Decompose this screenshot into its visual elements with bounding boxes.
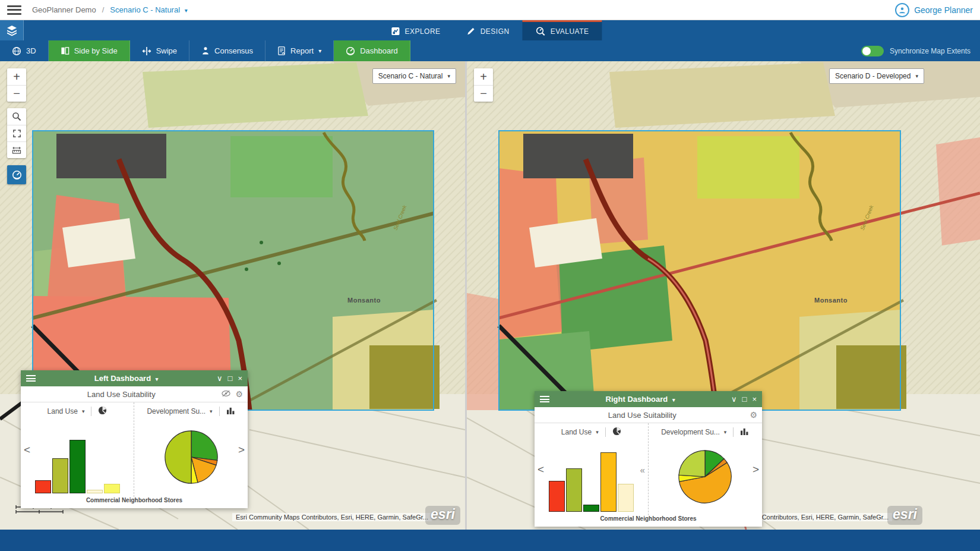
zoom-out-button[interactable]: − bbox=[474, 85, 493, 102]
sync-extents-toggle[interactable] bbox=[861, 46, 884, 56]
page-next-chevron[interactable]: > bbox=[238, 443, 245, 456]
dashboard-menu-icon[interactable] bbox=[540, 396, 549, 402]
map-tools-left bbox=[7, 108, 26, 158]
full-extent-button[interactable] bbox=[7, 125, 26, 141]
bar-dark-green bbox=[69, 440, 86, 493]
page-next-chevron[interactable]: > bbox=[753, 463, 759, 476]
left-dashboard-window: Left Dashboard ▾ ∨ □ × Land Use Suitabil… bbox=[21, 370, 248, 508]
visibility-icon[interactable] bbox=[222, 389, 230, 399]
pie-chart-right-dashboard bbox=[649, 441, 763, 515]
bar-chart-right-dashboard bbox=[535, 441, 648, 515]
page-previous-chevron[interactable]: < bbox=[538, 463, 544, 476]
layers-button[interactable] bbox=[0, 20, 24, 40]
sync-extents-label: Synchronize Map Extents bbox=[890, 47, 970, 55]
tab-evaluate[interactable]: EVALUATE bbox=[523, 20, 602, 40]
mode-tabs: EXPLORE DESIGN EVALUATE bbox=[378, 20, 602, 40]
development-suitability-widget: Development Su... ▾ bbox=[649, 423, 763, 515]
top-bar: GeoPlanner Demo / Scenario C - Natural ▾… bbox=[0, 0, 980, 20]
zoom-out-button[interactable]: − bbox=[7, 85, 26, 102]
widget-selector[interactable]: Land Use bbox=[561, 428, 592, 436]
esri-logo: esri bbox=[425, 506, 460, 525]
consensus-button[interactable]: Consensus bbox=[189, 40, 265, 61]
breadcrumb-scenario-dropdown[interactable]: Scenario C - Natural ▾ bbox=[110, 5, 187, 14]
caret-down-icon: ▾ bbox=[672, 397, 675, 403]
left-map-panel: Monsanto Seal Creek + − bbox=[0, 61, 465, 530]
left-dashboard-body: < Land Use ▾ De bbox=[21, 402, 248, 497]
maximize-icon[interactable]: □ bbox=[228, 374, 233, 382]
collapse-icon[interactable]: ∨ bbox=[731, 395, 737, 403]
close-icon[interactable]: × bbox=[752, 395, 757, 403]
bar-red bbox=[549, 481, 565, 512]
report-button[interactable]: Report ▾ bbox=[265, 40, 334, 61]
collapse-icon[interactable]: ∨ bbox=[217, 374, 223, 382]
gear-icon[interactable]: ⚙ bbox=[750, 410, 757, 420]
breadcrumb-app-name: GeoPlanner Demo bbox=[32, 5, 96, 14]
widget-selector[interactable]: Development Su... bbox=[147, 407, 206, 415]
user-name: George Planner bbox=[914, 5, 973, 15]
expand-arrows-icon bbox=[12, 129, 21, 138]
dashboard-button[interactable]: Dashboard bbox=[334, 40, 410, 61]
evaluate-gauge-icon bbox=[536, 26, 546, 36]
side-by-side-icon bbox=[61, 46, 69, 55]
maximize-icon[interactable]: □ bbox=[742, 395, 747, 403]
land-use-widget-header: Land Use ▾ bbox=[21, 402, 134, 420]
zoom-in-button[interactable]: + bbox=[474, 68, 493, 85]
measure-ruler-icon bbox=[12, 146, 21, 155]
dashboard-gauge-icon bbox=[12, 170, 22, 180]
user-menu[interactable]: George Planner bbox=[895, 3, 973, 17]
land-use-widget: Land Use ▾ bbox=[535, 423, 649, 515]
bar-chart-left-dashboard bbox=[21, 420, 134, 497]
page-previous-chevron[interactable]: < bbox=[24, 443, 30, 456]
right-dashboard-title-dropdown[interactable]: Right Dashboard ▾ bbox=[549, 395, 731, 404]
pencil-icon bbox=[467, 27, 476, 36]
dashboard-tool-button-active[interactable] bbox=[7, 165, 26, 184]
close-icon[interactable]: × bbox=[238, 374, 242, 382]
bar-yellow-green bbox=[566, 468, 582, 512]
caret-down-icon: ▾ bbox=[596, 429, 599, 435]
map-label-town: Monsanto bbox=[347, 297, 381, 304]
measure-button[interactable] bbox=[7, 141, 26, 158]
caret-down-icon: ▾ bbox=[185, 7, 188, 14]
bar-yellow bbox=[104, 484, 120, 493]
side-by-side-button[interactable]: Side by Side bbox=[49, 40, 130, 61]
widget-selector[interactable]: Land Use bbox=[48, 407, 78, 415]
right-dashboard-titlebar[interactable]: Right Dashboard ▾ ∨ □ × bbox=[535, 391, 762, 407]
tab-explore[interactable]: EXPLORE bbox=[378, 20, 453, 40]
bar-cream bbox=[618, 484, 634, 512]
caret-down-icon: ▾ bbox=[156, 376, 159, 382]
swipe-button[interactable]: Swipe bbox=[130, 40, 189, 61]
bar-amber bbox=[600, 452, 617, 512]
caret-down-icon: ▾ bbox=[447, 73, 450, 79]
hamburger-menu-icon[interactable] bbox=[7, 5, 21, 15]
tab-design[interactable]: DESIGN bbox=[454, 20, 523, 40]
left-dashboard-title-dropdown[interactable]: Left Dashboard ▾ bbox=[36, 374, 217, 383]
development-widget-header: Development Su... ▾ bbox=[649, 423, 763, 441]
bar-chart-type-icon[interactable] bbox=[226, 407, 235, 416]
zoom-in-button[interactable]: + bbox=[7, 68, 26, 85]
left-dashboard-titlebar[interactable]: Left Dashboard ▾ ∨ □ × bbox=[21, 370, 248, 386]
3d-button[interactable]: 3D bbox=[0, 40, 49, 61]
bar-cream bbox=[87, 490, 103, 493]
bar-chart-type-icon[interactable] bbox=[740, 427, 749, 437]
pie-chart-left-dashboard bbox=[134, 420, 248, 497]
pie-chart-type-icon[interactable] bbox=[612, 427, 621, 437]
footer-bar bbox=[0, 530, 980, 551]
collapse-column-chevron[interactable]: « bbox=[640, 464, 644, 474]
dashboard-menu-icon[interactable] bbox=[26, 375, 36, 382]
pie-chart-type-icon[interactable] bbox=[98, 406, 107, 417]
gear-icon[interactable]: ⚙ bbox=[235, 389, 243, 399]
dashboard-footer-label: Commercial Neighborhood Stores bbox=[535, 515, 762, 527]
widget-selector[interactable]: Development Su... bbox=[661, 428, 720, 436]
right-dashboard-body: < « Land Use ▾ bbox=[535, 423, 762, 515]
report-document-icon bbox=[277, 46, 286, 55]
bar-yellow-green bbox=[52, 458, 68, 493]
pie-slice-yellow-green bbox=[679, 450, 705, 476]
search-icon bbox=[12, 112, 21, 121]
search-button[interactable] bbox=[7, 108, 26, 125]
left-scenario-selector[interactable]: Scenario C - Natural ▾ bbox=[372, 68, 456, 84]
breadcrumb-separator: / bbox=[102, 5, 105, 14]
right-dashboard-window: Right Dashboard ▾ ∨ □ × Land Use Suitabi… bbox=[535, 391, 762, 527]
development-widget-header: Development Su... ▾ bbox=[134, 402, 248, 420]
right-scenario-selector[interactable]: Scenario D - Developed ▾ bbox=[829, 68, 924, 84]
sync-extents-control: Synchronize Map Extents bbox=[852, 40, 980, 61]
